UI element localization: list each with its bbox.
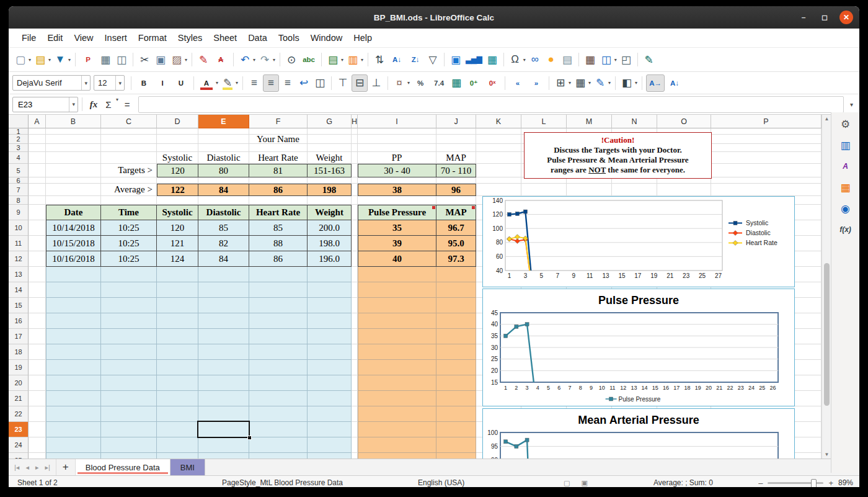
cell-G8[interactable] — [308, 196, 352, 205]
row-header-2[interactable]: 2 — [9, 135, 29, 144]
cell-D25[interactable] — [157, 453, 198, 459]
cell-B9[interactable]: Date — [46, 205, 101, 220]
cell-J5[interactable]: 70 - 110 — [436, 164, 476, 177]
cell-J22[interactable] — [436, 406, 476, 422]
cell-E21[interactable] — [198, 391, 249, 406]
cell-J19[interactable] — [436, 360, 476, 375]
cell-L7[interactable] — [521, 184, 567, 196]
cell-F5[interactable]: 81 — [249, 164, 308, 177]
cell-I23[interactable] — [358, 422, 436, 437]
cell-A6[interactable] — [29, 177, 46, 184]
cell-P4[interactable] — [711, 152, 822, 164]
cell-G11[interactable]: 198.0 — [308, 236, 352, 251]
underline-icon[interactable]: U — [172, 75, 190, 91]
cell-H3[interactable] — [352, 144, 358, 152]
cell-G18[interactable] — [308, 344, 352, 360]
cell-A16[interactable] — [29, 313, 46, 329]
cell-A21[interactable] — [29, 391, 46, 406]
first-sheet-button[interactable]: |◂ — [11, 463, 22, 472]
cell-C6[interactable] — [101, 177, 157, 184]
cell-G9[interactable]: Weight — [308, 205, 352, 220]
cell-I9[interactable]: Pulse Pressure — [358, 205, 436, 220]
cell-P3[interactable] — [711, 144, 822, 152]
cell-E11[interactable]: 82 — [198, 236, 249, 251]
cell-C3[interactable] — [101, 144, 157, 152]
cell-K1[interactable] — [476, 128, 521, 135]
find-replace-icon[interactable]: ⊙ — [284, 51, 299, 68]
cell-C21[interactable] — [101, 391, 157, 406]
navigator-deck-icon[interactable]: ◉ — [835, 199, 856, 218]
cell-G22[interactable] — [308, 406, 352, 422]
cell-J25[interactable] — [436, 453, 476, 459]
align-right-icon[interactable]: ≡ — [280, 75, 295, 91]
cell-D14[interactable] — [157, 282, 198, 298]
cell-E4[interactable]: Diastolic — [198, 152, 249, 164]
col-header-N[interactable]: N — [612, 115, 657, 128]
col-header-E[interactable]: E — [198, 115, 249, 128]
cell-D9[interactable]: Systolic — [157, 205, 198, 220]
cell-G3[interactable] — [308, 144, 352, 152]
cell-H7[interactable] — [352, 184, 358, 196]
menu-styles[interactable]: Styles — [172, 31, 208, 45]
undo-icon[interactable]: ↶ — [237, 51, 252, 68]
row-header-8[interactable]: 8 — [9, 196, 29, 205]
cell-I2[interactable] — [358, 135, 436, 144]
cell-H24[interactable] — [352, 437, 358, 453]
align-bottom-icon[interactable]: ⊥ — [369, 75, 384, 91]
cell-H6[interactable] — [352, 177, 358, 184]
cell-P7[interactable] — [711, 184, 822, 196]
last-sheet-button[interactable]: ▸| — [42, 463, 53, 472]
text-direction-left-to-right-icon[interactable]: A→ — [646, 74, 665, 92]
average-sum-label[interactable]: Average: ; Sum: 0 — [653, 476, 713, 487]
zoom-slider-thumb[interactable] — [811, 479, 817, 488]
cell-J20[interactable] — [436, 375, 476, 391]
col-header-P[interactable]: P — [711, 115, 822, 128]
col-header-F[interactable]: F — [249, 115, 308, 128]
col-header-C[interactable]: C — [101, 115, 157, 128]
cell-B19[interactable] — [46, 360, 101, 375]
cell-B12[interactable]: 10/16/2018 — [46, 251, 101, 267]
col-header-G[interactable]: G — [308, 115, 352, 128]
cell-C24[interactable] — [101, 437, 157, 453]
insert-comment-icon[interactable]: ● — [544, 51, 559, 68]
cell-A1[interactable] — [29, 128, 46, 135]
cell-G17[interactable] — [308, 329, 352, 344]
cell-N7[interactable] — [612, 184, 657, 196]
cell-A23[interactable] — [29, 422, 46, 437]
cell-F6[interactable] — [249, 177, 308, 184]
document-modified-icon[interactable]: ▣ — [581, 479, 587, 487]
column-dropdown-icon[interactable]: ▾ — [361, 57, 363, 63]
vertical-scrollbar[interactable]: ▲ ▼ — [822, 115, 831, 459]
col-header-B[interactable]: B — [46, 115, 101, 128]
cell-A24[interactable] — [29, 437, 46, 453]
paste-icon[interactable]: ▨ — [169, 51, 184, 68]
insert-hyperlink-icon[interactable]: ∞ — [528, 51, 542, 68]
cell-G14[interactable] — [308, 282, 352, 298]
freeze-rows-columns-icon[interactable]: ◫ — [599, 51, 614, 68]
caution-note[interactable]: !Caution! Discuss the Targets with your … — [524, 132, 712, 179]
cell-A25[interactable] — [29, 453, 46, 459]
cell-E16[interactable] — [198, 313, 249, 329]
cell-K6[interactable] — [476, 177, 521, 184]
sheet-tab-bmi[interactable]: BMI — [170, 459, 205, 475]
cell-J21[interactable] — [436, 391, 476, 406]
font-color-icon[interactable]: A — [198, 75, 215, 91]
cell-A20[interactable] — [29, 375, 46, 391]
cell-J7[interactable]: 96 — [436, 184, 476, 196]
cell-C10[interactable]: 10:25 — [101, 220, 157, 236]
cell-H19[interactable] — [352, 360, 358, 375]
cell-I20[interactable] — [358, 375, 436, 391]
cell-G25[interactable] — [308, 453, 352, 459]
col-header-M[interactable]: M — [567, 115, 612, 128]
cell-F17[interactable] — [249, 329, 308, 344]
cell-J15[interactable] — [436, 298, 476, 313]
row-header-23[interactable]: 23 — [9, 422, 29, 437]
minimize-button[interactable]: – — [797, 11, 810, 24]
cell-I14[interactable] — [358, 282, 436, 298]
cell-H20[interactable] — [352, 375, 358, 391]
cell-P5[interactable] — [711, 164, 822, 177]
format-currency-dropdown-icon[interactable]: ▾ — [407, 80, 410, 86]
cell-G15[interactable] — [308, 298, 352, 313]
function-wizard-icon[interactable]: fx — [86, 97, 101, 112]
add-sheet-button[interactable]: + — [56, 459, 76, 475]
